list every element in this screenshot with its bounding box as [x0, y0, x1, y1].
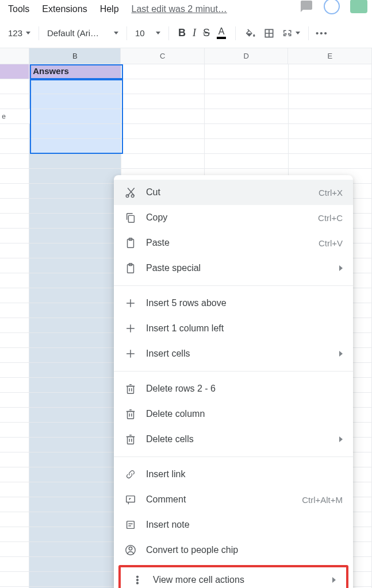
menu-item-delete-rows-2-6[interactable]: Delete rows 2 - 6: [114, 376, 353, 401]
cell[interactable]: [29, 542, 121, 556]
cell[interactable]: [121, 64, 205, 79]
cell[interactable]: [289, 79, 372, 94]
cell[interactable]: [29, 452, 121, 467]
menu-help[interactable]: Help: [94, 2, 125, 17]
fill-color-button[interactable]: [241, 25, 260, 42]
cell[interactable]: [0, 258, 29, 273]
menu-item-convert-to-people-chip[interactable]: Convert to people chip: [114, 537, 353, 563]
cell[interactable]: [0, 64, 29, 79]
cell[interactable]: [0, 94, 29, 109]
cell[interactable]: [121, 154, 205, 168]
cell[interactable]: [0, 497, 29, 512]
cell[interactable]: [29, 333, 121, 347]
cell[interactable]: [0, 423, 29, 437]
cell[interactable]: [29, 199, 121, 213]
cell[interactable]: [0, 154, 29, 168]
menu-item-insert-1-column-left[interactable]: Insert 1 column left: [114, 316, 353, 341]
cell[interactable]: [0, 408, 29, 422]
menu-item-view-more-cell-actions[interactable]: View more cell actions: [121, 567, 346, 588]
menu-item-insert-cells[interactable]: Insert cells: [114, 341, 353, 366]
cell[interactable]: [205, 79, 289, 94]
cell[interactable]: [205, 154, 289, 168]
avatar[interactable]: [324, 0, 340, 14]
column-header-c[interactable]: C: [121, 48, 205, 64]
cell[interactable]: [29, 124, 121, 138]
cell[interactable]: [29, 497, 121, 512]
cell[interactable]: [29, 139, 121, 153]
cell[interactable]: [29, 169, 121, 183]
column-header-b[interactable]: B: [29, 48, 121, 64]
cell[interactable]: [29, 258, 121, 273]
menu-item-insert-5-rows-above[interactable]: Insert 5 rows above: [114, 291, 353, 316]
cell[interactable]: [29, 438, 121, 452]
cell[interactable]: [289, 139, 372, 153]
cell[interactable]: [0, 482, 29, 497]
cell[interactable]: [0, 288, 29, 303]
menu-item-copy[interactable]: CopyCtrl+C: [114, 205, 353, 230]
cell[interactable]: [29, 243, 121, 258]
cell[interactable]: [29, 482, 121, 497]
cell[interactable]: [29, 214, 121, 228]
menu-item-comment[interactable]: CommentCtrl+Alt+M: [114, 487, 353, 512]
menu-item-delete-cells[interactable]: Delete cells: [114, 427, 353, 452]
cell[interactable]: [29, 572, 121, 586]
cell[interactable]: [29, 527, 121, 541]
cell[interactable]: [29, 154, 121, 168]
cell[interactable]: [121, 94, 205, 109]
cell[interactable]: [29, 408, 121, 422]
cell[interactable]: [0, 214, 29, 228]
cell[interactable]: [0, 184, 29, 198]
text-color-button[interactable]: A: [213, 25, 229, 42]
cell[interactable]: [0, 139, 29, 153]
cell[interactable]: [29, 363, 121, 377]
cell[interactable]: [29, 229, 121, 243]
cell[interactable]: [29, 79, 121, 94]
cell[interactable]: [121, 124, 205, 138]
menu-item-paste-special[interactable]: Paste special: [114, 256, 353, 281]
cell[interactable]: [0, 557, 29, 571]
merge-cells-button[interactable]: [278, 25, 297, 42]
menu-tools[interactable]: Tools: [2, 2, 35, 17]
cell[interactable]: [0, 572, 29, 586]
cell[interactable]: [0, 199, 29, 213]
cell[interactable]: [0, 542, 29, 556]
cell[interactable]: [0, 393, 29, 407]
cell[interactable]: [0, 303, 29, 318]
cell[interactable]: [0, 79, 29, 94]
cell[interactable]: [0, 124, 29, 138]
cell[interactable]: [29, 94, 121, 109]
cell[interactable]: [29, 318, 121, 332]
cell[interactable]: [121, 79, 205, 94]
menu-item-paste[interactable]: PasteCtrl+V: [114, 230, 353, 256]
share-button[interactable]: [350, 0, 367, 13]
cell[interactable]: [0, 527, 29, 541]
column-header-d[interactable]: D: [205, 48, 289, 64]
menu-item-insert-link[interactable]: Insert link: [114, 462, 353, 487]
cell[interactable]: [0, 169, 29, 183]
more-toolbar-button[interactable]: •••: [312, 25, 332, 42]
cell[interactable]: [0, 452, 29, 467]
cell[interactable]: [0, 273, 29, 288]
cell[interactable]: [205, 64, 289, 79]
menu-item-cut[interactable]: CutCtrl+X: [114, 180, 353, 205]
cell[interactable]: [29, 348, 121, 362]
cell[interactable]: [0, 438, 29, 452]
cell[interactable]: [30, 109, 121, 123]
number-format-dropdown[interactable]: 123: [3, 25, 35, 42]
cell[interactable]: [205, 139, 289, 153]
cell[interactable]: [0, 348, 29, 362]
cell[interactable]: [0, 512, 29, 527]
cell[interactable]: [289, 94, 372, 109]
cell[interactable]: [0, 363, 29, 377]
cell[interactable]: [0, 467, 29, 482]
cell[interactable]: [29, 378, 121, 392]
cell[interactable]: Answers: [29, 64, 121, 79]
column-header-e[interactable]: E: [288, 48, 372, 64]
cell[interactable]: [121, 139, 205, 153]
font-family-dropdown[interactable]: Default (Ari…: [43, 25, 123, 42]
cell[interactable]: [205, 94, 289, 109]
cell[interactable]: [29, 273, 121, 288]
cell[interactable]: [29, 393, 121, 407]
bold-button[interactable]: B: [175, 25, 189, 42]
chat-icon[interactable]: [300, 0, 313, 13]
